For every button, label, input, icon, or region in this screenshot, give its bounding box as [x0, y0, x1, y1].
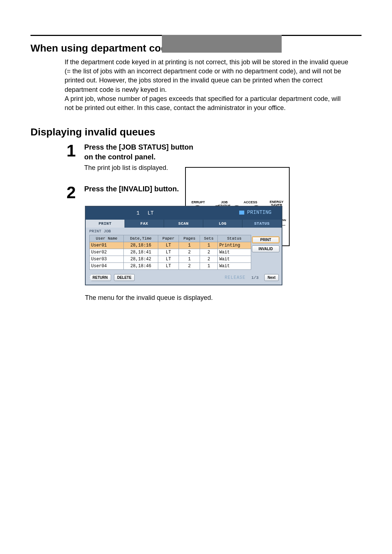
cell-paper: LT — [158, 242, 179, 249]
screen-tabs: PRINT FAX SCAN LOG STATUS — [86, 220, 282, 228]
screen-subheader: PRINT JOB — [86, 228, 282, 235]
release-label: RELEASE — [225, 275, 245, 280]
cell-paper: LT — [158, 249, 179, 256]
section-heading-invalid-queues: Displaying invalid queues — [30, 126, 362, 138]
job-table: User Name Date,Time Paper Pages Sets Sta… — [89, 235, 251, 270]
cell-status: Wait — [218, 256, 251, 263]
screen-header-paper: LT — [147, 210, 154, 216]
header-gray-block — [162, 35, 282, 53]
invalid-side-button[interactable]: INVALID — [252, 245, 279, 252]
cell-user: User04 — [90, 263, 124, 270]
page-indicator: 1/3 — [252, 276, 259, 280]
col-status: Status — [218, 235, 251, 242]
tab-fax[interactable]: FAX — [125, 220, 164, 228]
cell-paper: LT — [158, 256, 179, 263]
step-2-desc: The menu for the invalid queue is displa… — [85, 294, 362, 302]
col-sets: Sets — [200, 235, 218, 242]
cell-dt: 28,18:41 — [124, 249, 158, 256]
delete-button[interactable]: DELETE — [114, 274, 135, 281]
cell-pages: 2 — [179, 249, 200, 256]
cell-user: User01 — [90, 242, 124, 249]
cell-status: Printing — [218, 242, 251, 249]
job-status-screen: 1 LT PRINTING PRINT FAX SCAN LOG STATUS … — [85, 206, 282, 285]
screen-header-status: PRINTING — [247, 209, 271, 215]
cell-paper: LT — [158, 263, 179, 270]
cell-pages: 1 — [179, 256, 200, 263]
table-row[interactable]: User0228,18:41LT22Wait — [90, 249, 251, 256]
step-2-number: 2 — [65, 184, 78, 201]
table-row[interactable]: User0128,18:16LT11Printing — [90, 242, 251, 249]
tab-scan[interactable]: SCAN — [164, 220, 203, 228]
col-pages: Pages — [179, 235, 200, 242]
table-row[interactable]: User0428,18:46LT21Wait — [90, 263, 251, 270]
table-row[interactable]: User0328,18:42LT12Wait — [90, 256, 251, 263]
cell-pages: 2 — [179, 263, 200, 270]
cell-dt: 28,18:16 — [124, 242, 158, 249]
step-1-number: 1 — [65, 142, 78, 159]
section1-paragraph: If the department code keyed in at print… — [65, 58, 351, 113]
cell-status: Wait — [218, 249, 251, 256]
cell-user: User02 — [90, 249, 124, 256]
col-user: User Name — [90, 235, 124, 242]
screen-header-count: 1 — [136, 210, 139, 216]
cell-pages: 1 — [179, 242, 200, 249]
step-1-title: Press the [JOB STATUS] button on the con… — [84, 142, 197, 162]
cell-sets: 1 — [200, 263, 218, 270]
col-paper: Paper — [158, 235, 179, 242]
tab-log[interactable]: LOG — [203, 220, 242, 228]
col-datetime: Date,Time — [124, 235, 158, 242]
cell-status: Wait — [218, 263, 251, 270]
return-button[interactable]: RETURN — [89, 274, 111, 281]
cell-dt: 28,18:46 — [124, 263, 158, 270]
next-button[interactable]: Next — [264, 274, 279, 281]
cell-sets: 2 — [200, 256, 218, 263]
cell-user: User03 — [90, 256, 124, 263]
print-side-button[interactable]: PRINT — [252, 236, 279, 243]
cell-dt: 28,18:42 — [124, 256, 158, 263]
cell-sets: 2 — [200, 249, 218, 256]
printer-icon — [239, 211, 244, 215]
tab-status[interactable]: STATUS — [242, 220, 282, 228]
tab-print[interactable]: PRINT — [86, 220, 125, 228]
cell-sets: 1 — [200, 242, 218, 249]
